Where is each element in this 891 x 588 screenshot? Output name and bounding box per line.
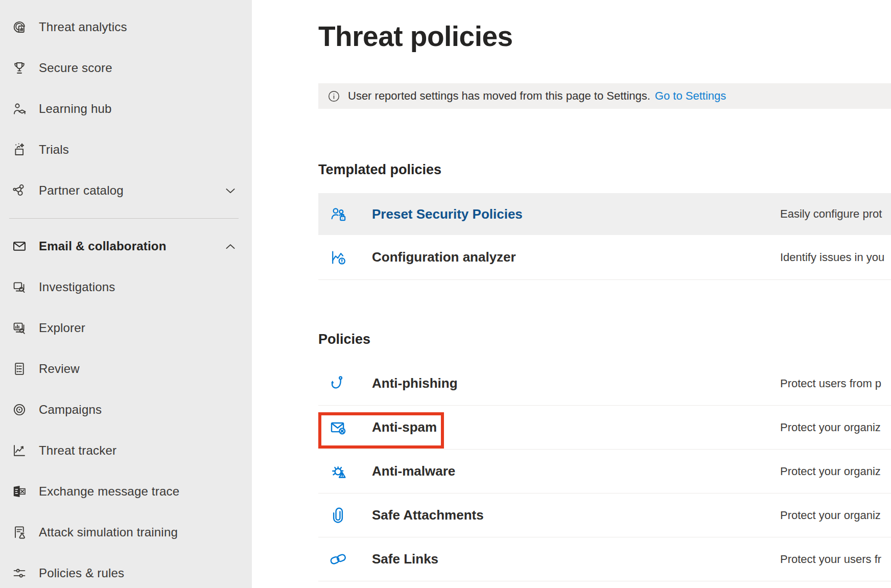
row-description: Protect your organiz (780, 465, 891, 478)
row-description: Easily configure prot (780, 207, 891, 221)
threat-tracker-icon (11, 442, 28, 459)
defender-portal: Threat analytics Secure score (0, 0, 891, 588)
anti-spam-icon (329, 418, 348, 437)
sidebar-item-label: Trials (39, 143, 69, 157)
learning-hub-icon (11, 101, 28, 117)
sidebar-item-secure-score[interactable]: Secure score (0, 48, 252, 88)
sidebar-item-label: Explorer (39, 321, 85, 335)
anti-phishing-icon (329, 374, 348, 393)
sidebar-item-learning-hub[interactable]: Learning hub (0, 88, 252, 129)
policies-list: Anti-phishing Protect users from p Anti-… (318, 362, 891, 581)
sidebar-divider (9, 218, 239, 219)
sidebar-item-campaigns[interactable]: Campaigns (0, 389, 252, 430)
sidebar-item-label: Attack simulation training (39, 525, 178, 539)
sidebar-item-label: Secure score (39, 61, 112, 75)
row-description: Protect your organiz (780, 509, 891, 522)
exchange-icon (11, 483, 28, 500)
sidebar-item-investigations[interactable]: Investigations (0, 267, 252, 308)
sidebar-section-label: Email & collaboration (39, 239, 167, 253)
sidebar-item-attack-simulation-training[interactable]: Attack simulation training (0, 512, 252, 553)
info-banner: User reported settings has moved from th… (318, 83, 891, 109)
partner-catalog-icon (11, 182, 28, 199)
sliders-icon (11, 565, 28, 581)
sidebar-item-policies-rules[interactable]: Policies & rules (0, 553, 252, 588)
section-heading-policies: Policies (318, 330, 891, 348)
sidebar-item-partner-catalog[interactable]: Partner catalog (0, 170, 252, 211)
sidebar-item-label: Review (39, 362, 80, 376)
sidebar-item-label: Partner catalog (39, 183, 124, 198)
section-heading-templated: Templated policies (318, 160, 891, 179)
info-icon (327, 89, 341, 103)
email-icon (11, 238, 28, 254)
sidebar-item-label: Exchange message trace (39, 484, 179, 499)
sidebar-item-explorer[interactable]: Explorer (0, 308, 252, 348)
sidebar-item-exchange-message-trace[interactable]: Exchange message trace (0, 471, 252, 512)
row-description: Protect users from p (780, 377, 891, 390)
trophy-icon (11, 60, 28, 76)
campaigns-icon (11, 402, 28, 418)
sidebar-item-threat-tracker[interactable]: Threat tracker (0, 430, 252, 471)
row-title[interactable]: Safe Attachments (372, 507, 484, 523)
trials-icon (11, 142, 28, 158)
main-content: Threat policies User reported settings h… (252, 0, 891, 588)
row-title[interactable]: Configuration analyzer (372, 249, 516, 265)
attack-simulation-icon (11, 524, 28, 540)
chevron-down-icon[interactable] (223, 183, 238, 198)
explorer-icon (11, 320, 28, 336)
row-title[interactable]: Anti-spam (372, 419, 437, 435)
preset-security-icon (329, 204, 348, 224)
configuration-analyzer-icon (329, 248, 348, 267)
row-title[interactable]: Anti-phishing (372, 375, 458, 391)
sidebar-item-label: Investigations (39, 280, 115, 294)
templated-policies-list: Preset Security Policies Easily configur… (318, 193, 891, 280)
row-description: Identify issues in you (780, 251, 891, 264)
row-preset-security-policies[interactable]: Preset Security Policies Easily configur… (318, 193, 891, 235)
page-title: Threat policies (318, 19, 891, 53)
chevron-up-icon[interactable] (223, 239, 238, 253)
row-safe-links[interactable]: Safe Links Protect your users fr (318, 537, 891, 581)
sidebar-item-label: Policies & rules (39, 566, 124, 580)
row-description: Protect your organiz (780, 421, 891, 434)
row-anti-malware[interactable]: Anti-malware Protect your organiz (318, 450, 891, 493)
review-icon (11, 361, 28, 377)
sidebar-item-threat-analytics[interactable]: Threat analytics (0, 7, 252, 48)
row-configuration-analyzer[interactable]: Configuration analyzer Identify issues i… (318, 235, 891, 280)
threat-analytics-icon (11, 19, 28, 35)
row-anti-phishing[interactable]: Anti-phishing Protect users from p (318, 362, 891, 406)
safe-links-icon (329, 550, 348, 569)
row-description: Protect your users fr (780, 553, 891, 566)
sidebar-item-trials[interactable]: Trials (0, 129, 252, 170)
sidebar-item-label: Campaigns (39, 403, 102, 417)
row-title[interactable]: Safe Links (372, 551, 438, 567)
sidebar-item-label: Threat analytics (39, 20, 127, 34)
sidebar-item-review[interactable]: Review (0, 348, 252, 389)
row-title[interactable]: Anti-malware (372, 463, 455, 479)
anti-malware-icon (329, 462, 348, 481)
sidebar: Threat analytics Secure score (0, 0, 252, 588)
sidebar-section-email-collaboration[interactable]: Email & collaboration (0, 226, 252, 267)
investigations-icon (11, 279, 28, 295)
go-to-settings-link[interactable]: Go to Settings (655, 89, 726, 103)
sidebar-item-label: Threat tracker (39, 443, 116, 458)
sidebar-item-label: Learning hub (39, 102, 112, 116)
row-title[interactable]: Preset Security Policies (372, 206, 523, 222)
row-anti-spam[interactable]: Anti-spam Protect your organiz (318, 406, 891, 450)
banner-text: User reported settings has moved from th… (348, 89, 650, 103)
row-safe-attachments[interactable]: Safe Attachments Protect your organiz (318, 493, 891, 537)
safe-attachments-icon (329, 506, 348, 525)
